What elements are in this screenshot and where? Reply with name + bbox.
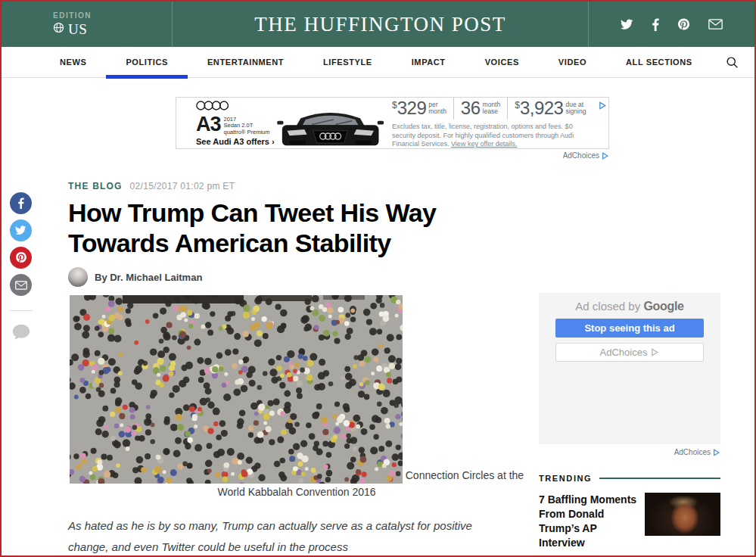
ad-closed-text: Ad closed by — [575, 300, 643, 313]
offer-details-link[interactable]: View key offer details. — [451, 140, 517, 148]
nav-item-all-sections[interactable]: ALL SECTIONS — [606, 47, 712, 78]
nav-item-voices[interactable]: VOICES — [465, 47, 539, 78]
stop-seeing-ad-button[interactable]: Stop seeing this ad — [555, 319, 704, 338]
audi-model-name: A3 — [196, 115, 221, 133]
author-name[interactable]: By Dr. Michael Laitman — [95, 272, 202, 283]
search-icon[interactable] — [726, 56, 739, 69]
nav-item-entertainment[interactable]: ENTERTAINMENT — [188, 47, 303, 78]
email-icon[interactable] — [708, 19, 723, 30]
globe-icon — [53, 22, 64, 36]
audi-car-image — [275, 97, 386, 149]
nav-item-video[interactable]: VIDEO — [539, 47, 606, 78]
share-pinterest-button[interactable] — [10, 247, 32, 269]
header-social-links — [588, 2, 754, 47]
banner-adchoices[interactable]: AdChoices — [176, 151, 609, 160]
share-twitter-button[interactable] — [10, 219, 32, 241]
section-kicker[interactable]: THE BLOG — [68, 181, 123, 191]
sidebar-adchoices[interactable]: AdChoices — [539, 448, 720, 456]
nav-item-lifestyle[interactable]: LIFESTYLE — [303, 47, 392, 78]
nav-item-news[interactable]: NEWS — [40, 47, 106, 78]
article-intro: As hated as he is by so many, Trump can … — [68, 515, 511, 557]
share-email-button[interactable] — [10, 274, 32, 296]
google-ad-slot: Ad closed by Google Stop seeing this ad … — [539, 293, 720, 444]
share-rail — [10, 160, 68, 557]
twitter-icon[interactable] — [621, 19, 633, 30]
site-header: EDITION US THE HUFFINGTON POST — [2, 2, 754, 47]
price-per-month: $ 329 per month — [392, 99, 446, 117]
trending-rule — [599, 478, 720, 479]
adchoices-button[interactable]: AdChoices — [555, 343, 704, 362]
nav-item-politics[interactable]: POLITICS — [106, 47, 188, 78]
audi-ad-disclaimer: Excludes tax, title, license, registrati… — [392, 123, 598, 149]
nav-item-impact[interactable]: IMPACT — [392, 47, 465, 78]
price-due-at-signing: $ 3,923 due at signing — [515, 99, 586, 117]
audi-rings-icon — [196, 101, 229, 114]
article-image — [70, 295, 403, 484]
trending-item[interactable]: 7 Baffling Moments From Donald Trump’s A… — [539, 493, 720, 550]
trending-module: TRENDING 7 Baffling Moments From Donald … — [539, 474, 720, 557]
audi-trim-text: 2017 Sedan 2.0T quattro® Premium — [224, 117, 270, 136]
audi-ad-left: A3 2017 Sedan 2.0T quattro® Premium See … — [176, 100, 275, 147]
content-area: THE BLOG 02/15/2017 01:02 pm ET How Trum… — [2, 160, 754, 557]
google-logo: Google — [643, 300, 683, 313]
trending-item-title[interactable]: 7 Baffling Moments From Donald Trump’s A… — [539, 493, 640, 550]
publish-date: 02/15/2017 01:02 pm ET — [130, 181, 235, 191]
edition-label: EDITION — [53, 11, 172, 20]
lead-figure: Connection Circles at the World Kabbalah… — [68, 295, 525, 500]
comments-icon[interactable] — [10, 321, 33, 347]
audi-cta-link[interactable]: See Audi A3 offers › — [196, 137, 275, 146]
trending-item-thumbnail[interactable] — [645, 493, 720, 536]
page: EDITION US THE HUFFINGTON POST — [0, 0, 756, 557]
site-logo[interactable]: THE HUFFINGTON POST — [173, 2, 588, 47]
pinterest-icon[interactable] — [678, 18, 689, 31]
byline[interactable]: By Dr. Michael Laitman — [68, 267, 531, 287]
audi-ad-pricing: $ 329 per month 36 month lease $ 3,923 — [386, 97, 608, 149]
author-avatar[interactable] — [68, 267, 88, 287]
edition-selector[interactable]: EDITION US — [2, 2, 173, 47]
trending-label: TRENDING — [539, 474, 592, 483]
adchoices-corner-icon[interactable] — [599, 99, 607, 113]
banner-ad-region: A3 2017 Sedan 2.0T quattro® Premium See … — [176, 97, 609, 160]
share-rail-divider — [10, 310, 33, 311]
price-lease-term: 36 month lease — [461, 99, 500, 117]
share-facebook-button[interactable] — [10, 192, 32, 214]
main-nav: NEWS POLITICS ENTERTAINMENT LIFESTYLE IM… — [2, 47, 754, 78]
sidebar: Ad closed by Google Stop seeing this ad … — [539, 160, 720, 557]
edition-value[interactable]: US — [68, 21, 87, 38]
facebook-icon[interactable] — [652, 18, 659, 31]
article-title: How Trump Can Tweet His Way Towards Amer… — [68, 198, 531, 258]
audi-banner-ad[interactable]: A3 2017 Sedan 2.0T quattro® Premium See … — [176, 97, 609, 149]
article: THE BLOG 02/15/2017 01:02 pm ET How Trum… — [68, 160, 531, 557]
